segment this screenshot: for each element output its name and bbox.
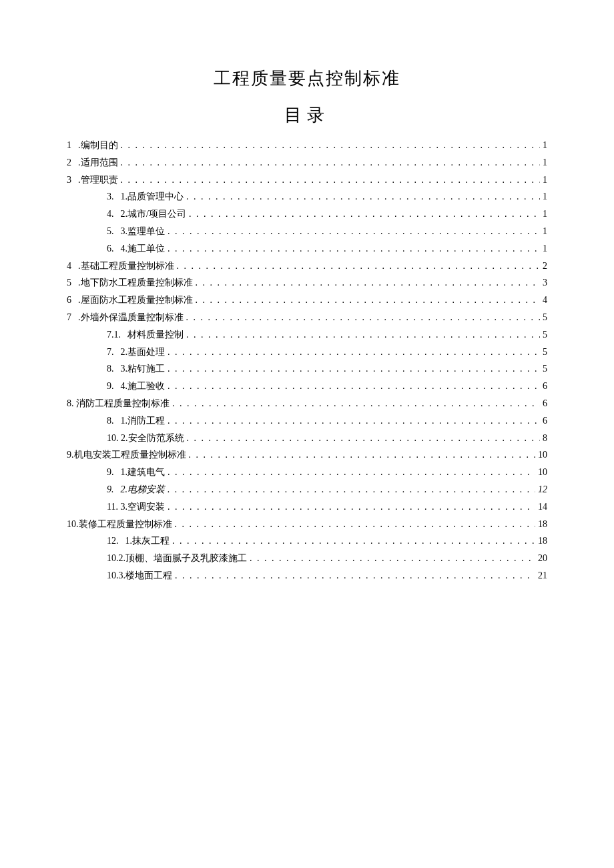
toc-entry-number: 7. — [107, 344, 121, 360]
toc-leader-dots — [250, 550, 535, 566]
toc-entry-page: 6 — [540, 396, 547, 412]
toc-entry-page: 14 — [535, 499, 547, 515]
toc-entry-label: 2.城市/项目公司 — [121, 206, 189, 222]
toc-leader-dots — [186, 189, 540, 205]
toc-entry: 9.机电安装工程质量控制标准10 — [67, 447, 547, 463]
toc-entry-label: .基础工程质量控制标准 — [78, 258, 177, 274]
toc-entry: 8. 消防工程质量控制标准6 — [67, 396, 547, 412]
toc-leader-dots — [189, 206, 540, 222]
toc-entry: 6.屋面防水工程质量控制标准4 — [67, 292, 547, 308]
toc-entry-number: 9. — [107, 482, 121, 498]
toc-entry-page: 6 — [540, 413, 547, 429]
toc-leader-dots — [168, 413, 540, 429]
toc-entry: 8.1.消防工程6 — [67, 413, 547, 429]
toc-entry: 5.3.监理单位1 — [67, 224, 547, 240]
toc-entry-number: 8. — [107, 361, 121, 377]
toc-leader-dots — [189, 447, 536, 463]
toc-entry-number: 6 — [67, 292, 78, 308]
toc-leader-dots — [172, 533, 535, 549]
toc-leader-dots — [168, 344, 540, 360]
toc-entry-page: 8 — [540, 430, 547, 446]
toc-leader-dots — [172, 396, 540, 412]
toc-entry-label: 1.抹灰工程 — [125, 533, 173, 549]
toc-entry-page: 1 — [540, 206, 547, 222]
toc-entry-label: 材料质量控制 — [127, 327, 186, 343]
toc-entry-label: 9.机电安装工程质量控制标准 — [67, 447, 189, 463]
toc-leader-dots — [187, 430, 541, 446]
toc-entry-page: 5 — [540, 310, 547, 326]
toc-entry-number: 5 — [67, 275, 78, 291]
toc-entry-label: .适用范围 — [78, 155, 121, 171]
toc-entry-page: 1 — [540, 137, 547, 153]
toc-entry-label: 10.2.顶棚、墙面腻子及乳胶漆施工 — [107, 550, 250, 566]
toc-entry-label: 8. 消防工程质量控制标准 — [67, 396, 172, 412]
toc-entry-page: 1 — [540, 155, 547, 171]
toc-entry-label: 2.基面处理 — [121, 344, 168, 360]
toc-entry-label: 10.3.楼地面工程 — [107, 568, 175, 584]
toc-entry-number: 9. — [107, 464, 121, 480]
toc-entry: 5.地下防水工程质量控制标准3 — [67, 275, 547, 291]
toc-entry-page: 1 — [540, 189, 547, 205]
toc-entry-label: 4.施工单位 — [121, 241, 168, 257]
toc-entry-page: 10 — [535, 447, 547, 463]
toc-leader-dots — [177, 258, 541, 274]
toc-entry-label: 10.装修工程质量控制标准 — [67, 516, 175, 532]
toc-entry-number: 7.1. — [107, 327, 127, 343]
toc-entry-page: 4 — [540, 292, 547, 308]
toc-entry: 9.1.建筑电气10 — [67, 464, 547, 480]
toc-entry-number: 6. — [107, 241, 121, 257]
toc-entry: 6.4.施工单位1 — [67, 241, 547, 257]
toc-leader-dots — [168, 224, 540, 240]
toc-entry: 10. 2.安全防范系统8 — [67, 430, 547, 446]
toc-leader-dots — [121, 172, 541, 188]
toc-leader-dots — [175, 516, 536, 532]
toc-entry: 7.外墙外保温质量控制标准5 — [67, 310, 547, 326]
toc-entry-page: 12 — [535, 482, 547, 498]
toc-entry: 11. 3.空调安装14 — [67, 499, 547, 515]
toc-entry-number: 4. — [107, 206, 121, 222]
toc-entry-number: 12. — [107, 533, 125, 549]
toc-entry: 7.2.基面处理5 — [67, 344, 547, 360]
toc-leader-dots — [121, 155, 541, 171]
toc-entry: 2.适用范围1 — [67, 155, 547, 171]
toc-entry-label: .地下防水工程质量控制标准 — [78, 275, 196, 291]
toc-entry: 3.管理职责1 — [67, 172, 547, 188]
toc-entry: 3.1.品质管理中心1 — [67, 189, 547, 205]
toc-entry-page: 21 — [535, 568, 547, 584]
toc-entry-label: .编制目的 — [78, 137, 121, 153]
toc-leader-dots — [196, 292, 541, 308]
toc-entry-page: 5 — [540, 361, 547, 377]
toc-entry-page: 1 — [540, 241, 547, 257]
toc-entry-page: 6 — [540, 378, 547, 394]
toc-entry-number: 4 — [67, 258, 78, 274]
toc-entry-label: 10. 2.安全防范系统 — [107, 430, 187, 446]
toc-entry-number: 5. — [107, 224, 121, 240]
toc-entry-label: .管理职责 — [78, 172, 121, 188]
toc-entry-label: 3.粘钉施工 — [121, 361, 168, 377]
toc-entry: 12.1.抹灰工程18 — [67, 533, 547, 549]
toc-entry-label: 11. 3.空调安装 — [107, 499, 168, 515]
toc-entry: 1.编制目的1 — [67, 137, 547, 153]
toc-entry-number: 8. — [107, 413, 121, 429]
toc-leader-dots — [168, 482, 535, 498]
toc-entry-label: 2.电梯安装 — [121, 482, 168, 498]
toc-entry-number: 9. — [107, 378, 121, 394]
toc-entry: 9.4.施工验收6 — [67, 378, 547, 394]
toc-entry-label: 3.监理单位 — [121, 224, 168, 240]
toc-entry-page: 10 — [535, 464, 547, 480]
toc-entry-page: 18 — [535, 533, 547, 549]
toc-entry-page: 1 — [540, 224, 547, 240]
toc-entry-page: 20 — [535, 550, 547, 566]
toc-entry-label: .屋面防水工程质量控制标准 — [78, 292, 196, 308]
toc-entry: 7.1.材料质量控制5 — [67, 327, 547, 343]
toc-entry-page: 5 — [540, 327, 547, 343]
toc-entry-page: 3 — [540, 275, 547, 291]
toc-entry-page: 2 — [540, 258, 547, 274]
toc-entry: 4.2.城市/项目公司1 — [67, 206, 547, 222]
toc-leader-dots — [168, 361, 540, 377]
toc-entry-number: 2 — [67, 155, 78, 171]
toc-entry: 10.3.楼地面工程21 — [67, 568, 547, 584]
toc-leader-dots — [186, 327, 540, 343]
toc-entry-label: 1.消防工程 — [121, 413, 168, 429]
document-title: 工程质量要点控制标准 — [67, 67, 547, 90]
